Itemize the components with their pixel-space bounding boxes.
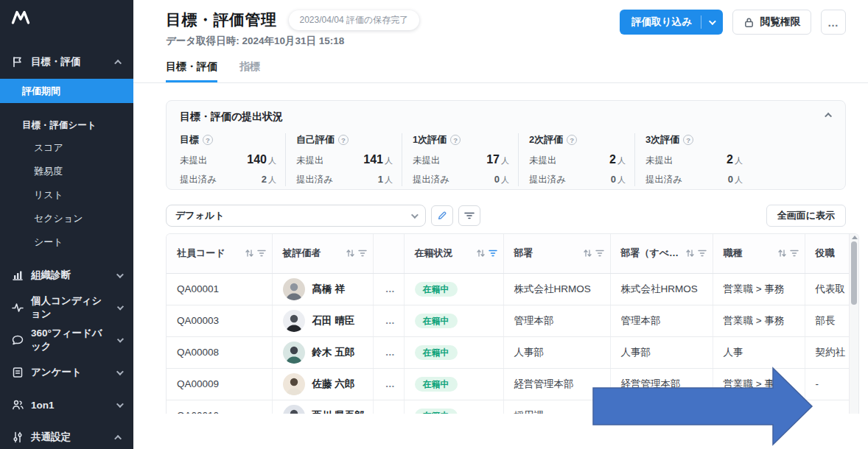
column-header-employee-code[interactable]: 社員コード	[167, 234, 272, 273]
table-row[interactable]: QA00008 鈴木 五郎 … 在籍中 人事部 人事部 人事 契約社	[167, 336, 851, 368]
row-menu-button[interactable]: …	[384, 283, 398, 294]
department-all-cell: 管理本部	[610, 305, 713, 336]
scroll-up-arrow-icon[interactable]	[852, 236, 858, 239]
evaluatee-name: 髙橋 祥	[312, 283, 345, 296]
not-submitted-count: 17	[486, 153, 500, 166]
table-row[interactable]: QA00010 西川 県吾郎 … 在籍中 採用課 -	[167, 400, 851, 414]
table-row[interactable]: QA00001 髙橋 祥 … 在籍中 株式会社HRMOS 株式会社HRMOS 営…	[167, 273, 851, 305]
tab-goal-evaluation[interactable]: 目標・評価	[166, 60, 217, 82]
sidebar-item-personal-condition[interactable]: 個人コンディション	[0, 297, 133, 318]
submitted-count: 0	[494, 174, 500, 185]
not-submitted-label: 未提出	[296, 155, 324, 167]
unit-label: 人	[735, 175, 743, 184]
table-row[interactable]: QA00009 佐藤 六郎 … 在籍中 経営管理本部 経営管理本部 営業職 > …	[167, 368, 851, 400]
column-label: 在籍状況	[415, 247, 453, 260]
column-filter-active-icon[interactable]	[489, 250, 497, 257]
submitted-label: 提出済み	[529, 174, 566, 186]
pencil-icon	[437, 211, 447, 221]
view-permission-button[interactable]: 閲覧権限	[732, 10, 811, 35]
sidebar-item-goal-evaluation-sheet[interactable]: 目標・評価シート	[0, 119, 133, 132]
tab-label: 指標	[239, 60, 260, 72]
tab-indicators[interactable]: 指標	[239, 60, 260, 82]
help-icon[interactable]: ?	[338, 135, 349, 145]
column-filter-icon[interactable]	[595, 250, 604, 257]
evaluatee-name: 佐藤 六郎	[312, 378, 355, 391]
sidebar-item-common-settings[interactable]: 共通設定	[0, 427, 133, 448]
sidebar-item-difficulty[interactable]: 難易度	[0, 160, 133, 183]
sidebar-item-goal-evaluation[interactable]: 目標・評価	[0, 52, 133, 72]
not-submitted-label: 未提出	[413, 155, 441, 167]
help-icon[interactable]: ?	[567, 135, 577, 145]
more-options-button[interactable]: …	[821, 10, 846, 35]
sort-icon[interactable]	[583, 249, 592, 258]
column-header-department-all[interactable]: 部署（すべ…	[610, 234, 713, 273]
help-icon[interactable]: ?	[683, 135, 693, 145]
stat-groups: 目標? 未提出140人 提出済み2人 自己評価? 未提出141人 提出済み1人 …	[180, 133, 832, 186]
stat-group-label: 1次評価	[413, 133, 447, 146]
sidebar-item-360-feedback[interactable]: 360°フィードバック	[0, 330, 133, 350]
row-menu-button[interactable]: …	[384, 378, 398, 389]
column-header-menu	[373, 234, 404, 273]
unit-label: 人	[385, 156, 393, 165]
column-filter-icon[interactable]	[358, 250, 367, 257]
sort-icon[interactable]	[346, 249, 355, 258]
clipboard-icon	[12, 367, 24, 378]
stat-group-third-evaluation: 3次評価? 未提出2人 提出済み0人	[645, 133, 752, 186]
filter-settings-button[interactable]	[458, 205, 480, 226]
lock-icon	[743, 17, 755, 28]
help-icon[interactable]: ?	[450, 135, 461, 145]
sort-icon[interactable]	[777, 249, 787, 258]
column-header-department[interactable]: 部署	[503, 234, 610, 273]
stat-group-label: 目標	[180, 133, 199, 146]
department-all-cell: 経営管理本部	[610, 368, 713, 400]
column-filter-icon[interactable]	[790, 250, 799, 257]
feedback-bubble-icon	[12, 334, 24, 346]
sidebar-item-label: 評価期間	[22, 85, 60, 98]
column-header-position[interactable]: 役職	[805, 234, 851, 273]
column-header-enrollment-status[interactable]: 在籍状況	[404, 234, 503, 273]
sidebar-item-list[interactable]: リスト	[0, 183, 133, 207]
table-row[interactable]: QA00003 石田 晴臣 … 在籍中 管理本部 管理本部 営業職 > 事務 部…	[167, 305, 851, 336]
row-menu-button[interactable]: …	[384, 347, 398, 358]
row-menu-button[interactable]: …	[384, 315, 398, 326]
unit-label: 人	[617, 156, 626, 165]
sidebar-item-1on1[interactable]: 1on1	[0, 395, 133, 415]
employee-code-cell: QA00001	[167, 273, 272, 305]
sort-icon[interactable]	[476, 249, 486, 258]
hrmos-logo[interactable]	[0, 0, 133, 38]
chevron-down-icon	[117, 303, 124, 310]
sidebar-item-org-diagnosis[interactable]: 組織診断	[0, 265, 133, 286]
sidebar-item-label: 共通設定	[31, 431, 71, 444]
column-header-job-type[interactable]: 職種	[713, 234, 805, 273]
column-filter-icon[interactable]	[257, 250, 266, 257]
row-menu-button[interactable]: …	[384, 410, 398, 414]
page-header: 目標・評価管理 2023/04/04 評価の保存完了 データ取得日時: 2024…	[133, 0, 868, 48]
sidebar-item-section[interactable]: セクション	[0, 207, 133, 230]
help-icon[interactable]: ?	[203, 135, 213, 145]
sidebar-item-sheet[interactable]: シート	[0, 230, 133, 254]
not-submitted-count: 141	[363, 153, 383, 166]
avatar	[283, 278, 305, 300]
sort-icon[interactable]	[685, 249, 695, 258]
button-divider	[701, 15, 701, 29]
sort-icon[interactable]	[245, 249, 254, 258]
scrollbar-thumb[interactable]	[851, 241, 857, 305]
edit-preset-button[interactable]	[431, 205, 453, 226]
position-cell: 代表取	[805, 273, 851, 305]
panel-title: 目標・評価の提出状況	[180, 110, 832, 124]
position-cell: 部長	[805, 305, 851, 336]
vertical-scrollbar[interactable]	[849, 234, 858, 414]
evaluation-import-button[interactable]: 評価取り込み	[620, 10, 723, 35]
fullscreen-button[interactable]: 全画面に表示	[766, 205, 846, 227]
sidebar-item-score[interactable]: スコア	[0, 136, 133, 160]
submitted-label: 提出済み	[180, 174, 217, 186]
column-filter-icon[interactable]	[698, 250, 707, 257]
unit-label: 人	[501, 156, 509, 165]
not-submitted-label: 未提出	[645, 155, 673, 167]
preset-select[interactable]: デフォルト	[166, 205, 426, 227]
stat-group-label: 3次評価	[645, 133, 679, 146]
sidebar-item-survey[interactable]: アンケート	[0, 362, 133, 383]
not-submitted-count: 2	[609, 153, 616, 166]
column-header-evaluatee[interactable]: 被評価者	[272, 234, 373, 273]
sidebar-item-evaluation-period[interactable]: 評価期間	[0, 79, 133, 103]
